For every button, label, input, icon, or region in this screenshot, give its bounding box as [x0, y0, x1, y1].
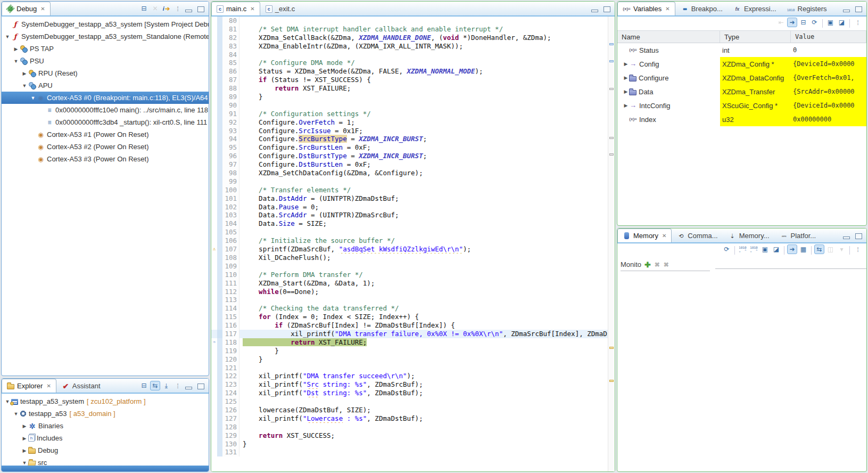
- tab-assistant[interactable]: ✔Assistant: [56, 379, 106, 393]
- debug-tree-row[interactable]: ▼◉Cortex-A53 #0 (Breakpoint: main.c:118)…: [2, 92, 209, 104]
- code-line[interactable]: 97 Configure.DstBurstLen = 0xF;: [211, 160, 608, 169]
- toolbar-view-menu-button[interactable]: ⁞: [853, 244, 863, 254]
- code-line[interactable]: 123 xil_printf("Src string: %s", ZDmaSrc…: [211, 380, 608, 389]
- close-icon[interactable]: ✕: [665, 6, 669, 12]
- toolbar-show-logical-structure-button[interactable]: ➜: [787, 18, 797, 27]
- code-line[interactable]: 102 Data.Pause = 0;: [211, 203, 608, 211]
- tab-memory-[interactable]: ⇣Memory...: [723, 229, 775, 242]
- tab-comma-[interactable]: ⟲Comma...: [672, 229, 723, 242]
- tab-breakpo-[interactable]: ●●Breakpo...: [675, 2, 728, 15]
- minimize-button[interactable]: [185, 387, 192, 389]
- tab--exit-c[interactable]: c_exit.c: [260, 2, 301, 15]
- debug-tree-row[interactable]: ▼PSU: [2, 55, 209, 67]
- code-line[interactable]: 104 Data.Size = SIZE;: [211, 219, 608, 228]
- code-line[interactable]: ➾118 return XST_FAILURE;: [211, 338, 608, 347]
- tree-caret-icon[interactable]: ▶: [12, 46, 20, 52]
- toolbar-link-with-editor-button[interactable]: ⇆: [150, 381, 160, 390]
- tree-caret-icon[interactable]: ▶: [623, 61, 629, 67]
- code-line[interactable]: 99: [211, 177, 608, 186]
- code-line[interactable]: 96 Configure.DstBurstType = XZDMA_INCR_B…: [211, 152, 608, 160]
- code-line[interactable]: 121: [211, 364, 608, 372]
- tab-expressi-[interactable]: fxExpressi...: [728, 2, 782, 15]
- variables-row[interactable]: (x)=Indexu320x00000000: [617, 112, 866, 126]
- code-line[interactable]: 131: [211, 448, 608, 456]
- code-line[interactable]: 100 /* Transfer elements */: [211, 186, 608, 194]
- toolbar-go-to-address-button[interactable]: ➜: [787, 244, 797, 254]
- tree-caret-icon[interactable]: ▶: [21, 71, 28, 76]
- toolbar-collapse-all-button[interactable]: ⊟: [139, 4, 149, 13]
- explorer-tree-row[interactable]: ▶✲Binaries: [2, 420, 209, 432]
- toolbar-new-view-button[interactable]: ▣: [825, 18, 836, 27]
- code-line[interactable]: 120 }: [211, 355, 608, 364]
- maximize-button[interactable]: [197, 6, 204, 12]
- code-line[interactable]: 115 for (Index = 0; Index < SIZE; Index+…: [211, 313, 608, 321]
- debug-tree-row[interactable]: ƒSystemDebugger_testapp_a53_system [Syst…: [2, 18, 209, 30]
- variables-row[interactable]: (x)=Statusint0: [617, 43, 866, 57]
- toolbar-remove-terminated-button[interactable]: ✕: [150, 4, 160, 13]
- minimize-button[interactable]: [843, 237, 850, 239]
- warning-marker-icon[interactable]: ⚠: [211, 245, 217, 254]
- tab-variables[interactable]: (x)=Variables✕: [617, 2, 675, 15]
- code-line[interactable]: 110 /* Perform DMA transfer */: [211, 271, 608, 279]
- variables-row[interactable]: ▶DataXZDma_Transfer{SrcAddr=0x00000: [617, 85, 866, 99]
- toolbar-link-renderings-button[interactable]: ⇆: [814, 244, 824, 254]
- code-line[interactable]: 117 xil_printf("DMA transfer failure, 0x…: [211, 330, 608, 338]
- tree-caret-icon[interactable]: ▼: [21, 460, 28, 466]
- toolbar-view-menu-button[interactable]: ⁞: [172, 381, 183, 390]
- code-line[interactable]: 91 /* Configuration settings */: [211, 110, 608, 118]
- code-line[interactable]: 114 /* Checking the data transferred */: [211, 304, 608, 313]
- tree-caret-icon[interactable]: ▼: [21, 83, 28, 88]
- tree-caret-icon[interactable]: ▶: [623, 75, 629, 80]
- variables-row[interactable]: ▶→ConfigXZDma_Config *{DeviceId=0x0000: [617, 57, 866, 71]
- tab-main-c[interactable]: cmain.c✕: [211, 2, 260, 15]
- code-line[interactable]: 127 xil_printf("Lowercase : %s", ZDmaDst…: [211, 414, 608, 423]
- code-line[interactable]: 101 Data.DstAddr = (UINTPTR)ZDmaDstBuf;: [211, 194, 608, 203]
- code-line[interactable]: 126 lowercase(ZDmaDstBuf, SIZE);: [211, 406, 608, 414]
- variables-row[interactable]: ▶ConfigureXZDma_DataConfig{OverFetch=0x0…: [617, 71, 866, 85]
- tree-caret-icon[interactable]: ▼: [29, 95, 37, 101]
- debug-tree-row[interactable]: ◉Cortex-A53 #2 (Power On Reset): [2, 141, 209, 153]
- code-line[interactable]: 82 XZDma_SetCallBack(&ZDma, XZDMA_HANDLE…: [211, 34, 608, 42]
- code-line[interactable]: 83 XZDma_EnableIntr(&ZDma, (XZDMA_IXR_AL…: [211, 42, 608, 51]
- add-monitor-button[interactable]: ✚: [644, 260, 651, 269]
- close-icon[interactable]: ✕: [46, 383, 51, 389]
- code-line[interactable]: 103 Data.SrcAddr = (UINTPTR)ZDmaSrcBuf;: [211, 211, 608, 219]
- minimize-button[interactable]: [843, 10, 850, 12]
- code-line[interactable]: 81 /* Set DMA interrupt handler callback…: [211, 25, 608, 34]
- code-line[interactable]: 125: [211, 397, 608, 406]
- toolbar-refresh-button[interactable]: ⟳: [809, 18, 820, 27]
- overview-ruler[interactable]: [608, 17, 615, 471]
- toolbar-new-tab-button[interactable]: ▣: [760, 244, 770, 254]
- code-line[interactable]: ⚠107 sprintf(ZDmaSrcBuf, "asdBqSet kWsdf…: [211, 245, 608, 254]
- toolbar-refresh-button[interactable]: ⟳: [722, 244, 732, 254]
- toolbar-split-pane-button[interactable]: ◫: [825, 244, 836, 254]
- remove-monitor-button[interactable]: ✖: [655, 261, 660, 268]
- column-header-type[interactable]: Type: [720, 31, 791, 43]
- code-line[interactable]: 87 if (Status != XST_SUCCESS) {: [211, 76, 608, 84]
- code-line[interactable]: 111 XZDma_Start(&ZDma, &Data, 1);: [211, 279, 608, 288]
- tree-caret-icon[interactable]: ▶: [623, 103, 629, 108]
- code-line[interactable]: 124 xil_printf("Dst string: %s", ZDmaDst…: [211, 389, 608, 397]
- toolbar-export-memory-button[interactable]: 1010 ⌄ ⌃: [738, 244, 748, 254]
- tree-caret-icon[interactable]: ▼: [12, 411, 20, 417]
- code-line[interactable]: 109: [211, 262, 608, 271]
- code-line[interactable]: 130}: [211, 440, 608, 448]
- code-line[interactable]: 95 Configure.SrcBurstLen = 0xF;: [211, 143, 608, 152]
- maximize-button[interactable]: [197, 384, 204, 389]
- toolbar-split-dropdown[interactable]: ▾: [837, 244, 847, 254]
- tree-caret-icon[interactable]: ▶: [21, 436, 28, 441]
- column-header-name[interactable]: Name: [617, 31, 720, 43]
- maximize-button[interactable]: [604, 6, 610, 12]
- code-line[interactable]: 119 }: [211, 347, 608, 355]
- tree-caret-icon[interactable]: ▶: [21, 423, 28, 429]
- tree-caret-icon[interactable]: ▶: [623, 89, 629, 94]
- code-line[interactable]: 122 xil_printf("DMA transfer succeed\r\n…: [211, 372, 608, 380]
- toolbar-show-process-settings-button[interactable]: i: [161, 4, 171, 13]
- minimize-button[interactable]: [591, 10, 598, 12]
- toolbar-collapse-all-button[interactable]: ⊟: [139, 381, 149, 390]
- toolbar-pin-view-button[interactable]: ◪: [837, 18, 847, 27]
- toolbar-import-button[interactable]: ⤓: [161, 381, 171, 390]
- code-line[interactable]: 85 /* Configure DMA mode */: [211, 59, 608, 67]
- code-line[interactable]: 113: [211, 296, 608, 304]
- code-line[interactable]: 128: [211, 423, 608, 431]
